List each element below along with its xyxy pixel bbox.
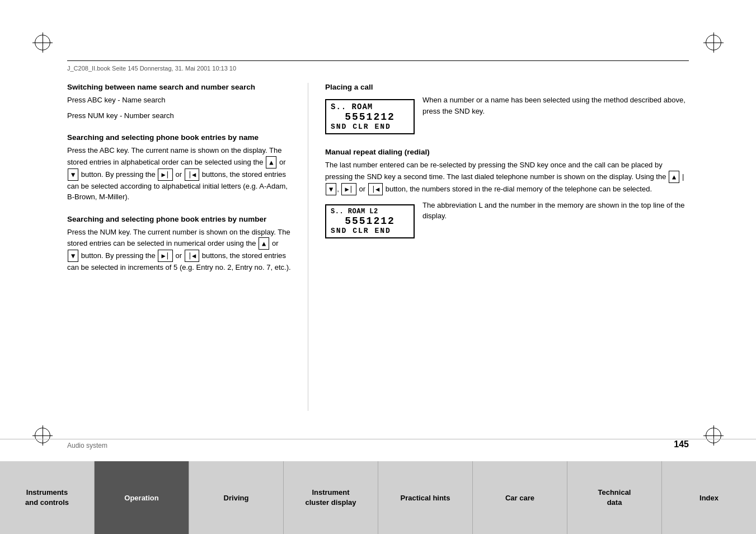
placing-call-title: Placing a call <box>325 83 689 91</box>
tab-index[interactable]: Index <box>662 461 756 534</box>
arrow-bwd-r: |◀ <box>368 183 383 195</box>
display1-line1: S.. ROAM <box>331 102 409 111</box>
display1-line2: 5551212 <box>331 111 409 123</box>
display2-line3: SND CLR END <box>331 227 409 235</box>
tab-car-care[interactable]: Car care <box>473 461 567 534</box>
manual-repeat-title: Manual repeat dialing (redial) <box>325 148 689 156</box>
display2-line2: 5551212 <box>331 216 409 227</box>
section-label: Audio system <box>67 442 107 449</box>
tab-label-technical: Technicaldata <box>598 488 631 508</box>
arrow-fwd-btn2: ▶| <box>158 250 172 262</box>
tab-practical-hints[interactable]: Practical hints <box>378 461 473 534</box>
circle-top-left <box>35 35 50 50</box>
tab-label-instruments: Instrumentsand controls <box>25 488 69 508</box>
arrow-fwd-r: ▶| <box>341 183 356 195</box>
display2-line1: S.. ROAM L2 <box>331 208 409 216</box>
tab-label-practical: Practical hints <box>401 494 450 502</box>
placing-call-display: S.. ROAM 5551212 SND CLR END <box>325 99 415 134</box>
footer-row: Audio system 145 <box>0 439 756 453</box>
tab-label-operation: Operation <box>124 494 158 502</box>
left-column: Switching between name search and number… <box>67 83 308 411</box>
arrow-up-btn: ▲ <box>266 156 276 168</box>
section2-text: Press the ABC key. The current name is s… <box>67 145 291 203</box>
page-wrapper: J_C208_II.book Seite 145 Donnerstag, 31.… <box>0 0 756 534</box>
tab-instruments-controls[interactable]: Instrumentsand controls <box>0 461 95 534</box>
tab-navigation: Instrumentsand controls Operation Drivin… <box>0 461 756 534</box>
section1-title: Switching between name search and number… <box>67 83 291 91</box>
placing-call-block: S.. ROAM 5551212 SND CLR END When a numb… <box>325 95 689 139</box>
section3-title: Searching and selecting phone book entri… <box>67 215 291 223</box>
section3-text: Press the NUM key. The current number is… <box>67 227 291 273</box>
section1-line1: Press ABC key - Name search <box>67 95 291 106</box>
circle-top-right <box>706 35 721 50</box>
manual-repeat-text: The last number entered can be re-select… <box>325 160 689 195</box>
arrow-fwd-btn: ▶| <box>158 168 172 181</box>
tab-operation[interactable]: Operation <box>95 461 189 534</box>
arrow-up-btn2: ▲ <box>259 237 269 250</box>
manual-repeat-display-block: S.. ROAM L2 5551212 SND CLR END The abbr… <box>325 200 689 243</box>
main-content: Switching between name search and number… <box>67 83 689 411</box>
header-bar: J_C208_II.book Seite 145 Donnerstag, 31.… <box>67 60 689 72</box>
section2-title: Searching and selecting phone book entri… <box>67 133 291 142</box>
arrow-dn-r: ▼ <box>326 183 336 195</box>
arrow-dn-btn2: ▼ <box>68 250 78 262</box>
tab-label-index: Index <box>699 494 719 502</box>
arrow-dn-btn: ▼ <box>68 168 78 181</box>
manual-repeat-display: S.. ROAM L2 5551212 SND CLR END <box>325 204 415 238</box>
tab-label-cluster: Instrumentcluster display <box>305 488 356 508</box>
right-column: Placing a call S.. ROAM 5551212 SND CLR … <box>308 83 689 411</box>
manual-display-desc: The abbreviation L and the number in the… <box>422 200 689 222</box>
tab-label-driving: Driving <box>224 494 249 502</box>
tab-label-carcare: Car care <box>505 494 534 502</box>
tab-driving[interactable]: Driving <box>189 461 284 534</box>
tab-technical-data[interactable]: Technicaldata <box>567 461 662 534</box>
arrow-up-r: ▲ <box>669 171 679 183</box>
page-number: 145 <box>674 439 689 449</box>
tab-instrument-cluster[interactable]: Instrumentcluster display <box>284 461 378 534</box>
arrow-bwd-btn: |◀ <box>185 168 199 181</box>
section1-line2: Press NUM key - Number search <box>67 110 291 121</box>
header-file-info: J_C208_II.book Seite 145 Donnerstag, 31.… <box>67 65 236 72</box>
arrow-bwd-btn2: |◀ <box>185 250 199 262</box>
placing-call-desc: When a number or a name has been selecte… <box>422 95 689 116</box>
display1-line3: SND CLR END <box>331 123 409 131</box>
